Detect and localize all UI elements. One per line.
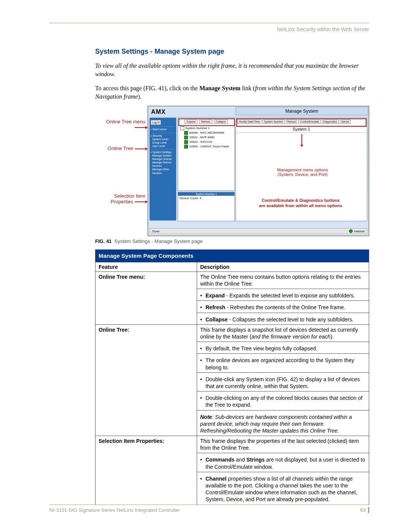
bullet-text: Double-click any System icon (FIG. 42) t… bbox=[206, 376, 366, 390]
bullet-bold: Commands bbox=[206, 457, 234, 463]
fig-label: FIG. 41 bbox=[95, 238, 112, 244]
desc-cell: •Refresh - Refreshes the contents of the… bbox=[197, 301, 369, 313]
col-description: Description bbox=[197, 262, 369, 272]
device-icon bbox=[184, 145, 188, 149]
desc-cell: This frame displays the properties of th… bbox=[197, 436, 369, 453]
screenshot-diagram: AMX Manage System Log In • WebControl • … bbox=[148, 106, 369, 236]
feature-label: Online Tree menu: bbox=[99, 274, 145, 280]
feature-label: Selection Item Properties: bbox=[99, 438, 164, 444]
tree-item[interactable]: 10023 - NXCV10 bbox=[180, 140, 234, 144]
tree-root[interactable]: System Number 1 bbox=[180, 126, 234, 131]
tree-item-label: 10023 - NXCV10 bbox=[189, 140, 212, 144]
nav-ss-item[interactable]: Manage NetLinx Devices bbox=[151, 161, 175, 168]
bullet-bold: Expand bbox=[206, 292, 225, 299]
arrow-icon bbox=[135, 127, 145, 128]
status-done: Done bbox=[152, 230, 159, 233]
nav-ss-item[interactable]: Manage System bbox=[151, 154, 175, 157]
nav-ss-item[interactable]: Manage Other Devices bbox=[151, 168, 175, 174]
annot-online-tree-menu: Online Tree menu bbox=[106, 119, 145, 125]
callout-management-menu: Management menu options (System, Device,… bbox=[259, 168, 346, 177]
prop-body: Device Count: 4 bbox=[178, 196, 234, 201]
status-internet-label: Internet bbox=[354, 230, 365, 233]
system-icon bbox=[180, 126, 184, 130]
device-icon bbox=[184, 136, 188, 139]
globe-icon bbox=[349, 229, 353, 233]
callout-line: Management menu options bbox=[277, 168, 328, 172]
tree-item[interactable]: 10022 - MVP 8400 bbox=[180, 135, 234, 140]
nav-sidebar: Log In • WebControl • Security System Le… bbox=[150, 118, 176, 220]
access-bold: Manage System bbox=[199, 85, 241, 91]
tree-item-label: 10022 - MVP 8400 bbox=[189, 136, 215, 139]
bullet-bold: Refresh bbox=[206, 304, 225, 310]
table-row: Selection Item Properties: This frame di… bbox=[96, 436, 369, 453]
note-text: : Sub-devices are hardware components co… bbox=[200, 414, 352, 434]
bullet-text: - Collapses the selected level to hide a… bbox=[228, 316, 354, 323]
nav-ss-item[interactable]: Manage License bbox=[151, 157, 175, 161]
access-paragraph: To access this page (FIG. 41), click on … bbox=[95, 84, 369, 101]
page-footer: NI-3101-SIG Signature Series NetLinx Int… bbox=[49, 505, 369, 513]
table-row: Online Tree menu: The Online Tree menu c… bbox=[96, 272, 369, 289]
highlight-box bbox=[236, 118, 366, 127]
access-pre: To access this page (FIG. 41), click on … bbox=[95, 85, 199, 91]
arrow-icon bbox=[135, 149, 145, 149]
bullet-text: The online devices are organized accordi… bbox=[206, 357, 366, 371]
status-internet: Internet bbox=[349, 229, 365, 233]
table-title: Manage System Page Components bbox=[96, 250, 369, 262]
down-arrow-icon bbox=[301, 134, 302, 145]
nav-security[interactable]: • Security bbox=[151, 134, 175, 137]
annot-selection-item-properties: Selection Item Properties bbox=[111, 193, 145, 204]
table-row: Online Tree: This frame displays a snaps… bbox=[96, 324, 369, 342]
desc-cell: •The online devices are organized accord… bbox=[197, 354, 369, 372]
bullet-bold: Strings bbox=[246, 457, 264, 463]
nav-webcontrol[interactable]: • WebControl bbox=[151, 128, 175, 131]
access-end: ). bbox=[138, 93, 141, 100]
top-rule bbox=[49, 23, 369, 23]
highlight-box bbox=[178, 118, 235, 126]
arrow-icon bbox=[135, 201, 145, 202]
annot-online-tree: Online Tree bbox=[108, 145, 133, 151]
figure-41: Online Tree menu Online Tree Selection I… bbox=[95, 106, 369, 236]
figure-caption: FIG. 41 System Settings - Manage System … bbox=[95, 238, 369, 244]
login-button[interactable]: Log In bbox=[151, 120, 161, 125]
desc-post: ). bbox=[330, 334, 334, 340]
footer-product: NI-3101-SIG Signature Series NetLinx Int… bbox=[49, 507, 180, 513]
amx-logo: AMX bbox=[151, 109, 166, 115]
components-table: Manage System Page Components Feature De… bbox=[95, 249, 369, 505]
figure-annotations: Online Tree menu Online Tree Selection I… bbox=[95, 106, 148, 236]
desc-cell: •Collapse - Collapses the selected level… bbox=[197, 313, 369, 324]
desc-cell: •By default, the Tree view begins fully … bbox=[197, 342, 369, 354]
nav-security-item[interactable]: Group Level bbox=[151, 141, 175, 144]
desc-cell: Note: Sub-devices are hardware component… bbox=[197, 410, 369, 436]
callout-line: (System, Device, and Port) bbox=[277, 172, 327, 177]
desc-cell: •Channel properties show a list of all c… bbox=[197, 472, 369, 505]
nav-system-settings[interactable]: • System Settings bbox=[151, 150, 175, 154]
access-post: link ( bbox=[241, 85, 255, 91]
intro-note: To view all of the available options wit… bbox=[95, 62, 369, 78]
feature-cell: Online Tree menu: bbox=[96, 272, 197, 324]
callout-control-emulate: Control/Emulate & Diagnostics buttons ar… bbox=[244, 198, 358, 209]
col-feature: Feature bbox=[96, 262, 197, 272]
feature-cell: Selection Item Properties: bbox=[96, 436, 197, 505]
nav-security-item[interactable]: User Level bbox=[151, 144, 175, 148]
bullet-bold: Collapse bbox=[206, 316, 228, 323]
note-bold: Note bbox=[200, 414, 212, 420]
manage-system-title: Manage System bbox=[236, 107, 368, 115]
selection-properties-panel: System Number 1 Device Count: 4 bbox=[178, 192, 235, 221]
tree-item[interactable]: 10509 - 1200VG Touch Panel bbox=[180, 144, 234, 149]
bullet-text: - Refreshes the contents of the Online T… bbox=[225, 304, 345, 310]
tree-item[interactable]: 00000 - NXC-ME260/64M bbox=[180, 131, 234, 135]
desc-cell: The Online Tree menu contains button opt… bbox=[197, 272, 369, 289]
nav-security-item[interactable]: System Level bbox=[151, 137, 175, 141]
callout-line: Control/Emulate & Diagnostics buttons bbox=[262, 198, 340, 203]
desc-cell: This frame displays a snapshot list of d… bbox=[197, 324, 369, 342]
device-icon bbox=[184, 131, 188, 135]
tree-item-label: 00000 - NXC-ME260/64M bbox=[189, 131, 224, 134]
feature-cell: Online Tree: bbox=[96, 324, 197, 436]
fig-text: System Settings - Manage System page bbox=[115, 238, 203, 244]
management-panel: Modify Date/Time System Number Reboot Co… bbox=[236, 118, 367, 221]
tree-item-label: 10509 - 1200VG Touch Panel bbox=[189, 145, 229, 148]
bullet-bold: Channel bbox=[206, 476, 226, 482]
desc-cell: •Double-click any System icon (FIG. 42) … bbox=[197, 372, 369, 391]
desc-cell: •Double-clicking on any of the colored b… bbox=[197, 391, 369, 410]
bullet-text: properties show a list of all channels w… bbox=[206, 476, 357, 503]
